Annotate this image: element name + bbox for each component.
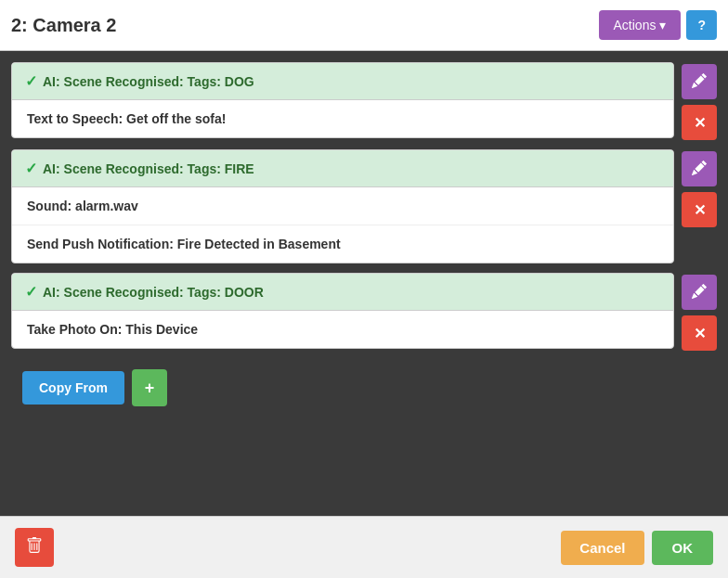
rule-header-door: ✓ AI: Scene Recognised: Tags: DOOR	[12, 274, 673, 311]
delete-rule-dog-button[interactable]: ✕	[682, 105, 717, 140]
header-actions: Actions ▾ ?	[599, 10, 717, 40]
rule-body-fire: Sound: alarm.wav Send Push Notification:…	[12, 187, 673, 263]
main-content: ✓ AI: Scene Recognised: Tags: DOG Text t…	[0, 51, 728, 516]
rule-controls-door: ✕	[682, 273, 717, 351]
copy-from-button[interactable]: Copy From	[22, 371, 124, 405]
rule-card-door: ✓ AI: Scene Recognised: Tags: DOOR Take …	[11, 273, 674, 349]
rule-block-fire: ✓ AI: Scene Recognised: Tags: FIRE Sound…	[11, 149, 717, 263]
delete-rule-fire-button[interactable]: ✕	[682, 192, 717, 227]
rule-block-door: ✓ AI: Scene Recognised: Tags: DOOR Take …	[11, 273, 717, 351]
rule-header-fire: ✓ AI: Scene Recognised: Tags: FIRE	[12, 150, 673, 187]
delete-icon-fire: ✕	[694, 201, 706, 219]
rule-block-dog: ✓ AI: Scene Recognised: Tags: DOG Text t…	[11, 62, 717, 140]
edit-icon-dog	[692, 73, 707, 91]
edit-rule-fire-button[interactable]	[682, 151, 717, 186]
trash-icon	[26, 537, 43, 558]
check-icon-dog: ✓	[25, 72, 37, 90]
rule-header-dog: ✓ AI: Scene Recognised: Tags: DOG	[12, 63, 673, 100]
page-header: 2: Camera 2 Actions ▾ ?	[0, 0, 728, 51]
rule-controls-dog: ✕	[682, 62, 717, 140]
check-icon-fire: ✓	[25, 160, 37, 177]
help-button[interactable]: ?	[686, 10, 717, 40]
delete-icon-door: ✕	[694, 325, 706, 342]
rule-condition-fire: AI: Scene Recognised: Tags: FIRE	[43, 161, 254, 176]
rule-action-fire-1: Send Push Notification: Fire Detected in…	[12, 225, 673, 263]
rule-action-fire-0: Sound: alarm.wav	[12, 187, 673, 225]
edit-rule-dog-button[interactable]	[682, 64, 717, 99]
rule-card-dog: ✓ AI: Scene Recognised: Tags: DOG Text t…	[11, 62, 674, 138]
rule-action-dog-0: Text to Speech: Get off the sofa!	[12, 100, 673, 137]
edit-icon-door	[692, 284, 707, 302]
actions-chevron-icon: ▾	[659, 18, 666, 32]
rule-controls-fire: ✕	[682, 149, 717, 227]
add-rule-button[interactable]: +	[132, 369, 167, 406]
rule-card-fire: ✓ AI: Scene Recognised: Tags: FIRE Sound…	[11, 149, 674, 263]
rule-body-door: Take Photo On: This Device	[12, 311, 673, 348]
actions-label: Actions	[614, 18, 656, 32]
cancel-button[interactable]: Cancel	[561, 531, 644, 565]
page-title: 2: Camera 2	[11, 15, 116, 36]
rule-action-door-0: Take Photo On: This Device	[12, 311, 673, 348]
delete-rule-door-button[interactable]: ✕	[682, 315, 717, 351]
page-footer: Cancel OK	[0, 516, 728, 578]
ok-button[interactable]: OK	[652, 531, 714, 565]
delete-icon-dog: ✕	[694, 114, 706, 132]
actions-button[interactable]: Actions ▾	[599, 10, 682, 40]
edit-rule-door-button[interactable]	[682, 275, 717, 310]
edit-icon-fire	[692, 161, 707, 178]
delete-button[interactable]	[15, 528, 54, 567]
bottom-toolbar: Copy From +	[11, 360, 717, 416]
rule-condition-dog: AI: Scene Recognised: Tags: DOG	[43, 74, 254, 89]
footer-right-buttons: Cancel OK	[561, 531, 713, 565]
rule-condition-door: AI: Scene Recognised: Tags: DOOR	[43, 285, 264, 300]
check-icon-door: ✓	[25, 283, 37, 301]
rule-body-dog: Text to Speech: Get off the sofa!	[12, 100, 673, 137]
